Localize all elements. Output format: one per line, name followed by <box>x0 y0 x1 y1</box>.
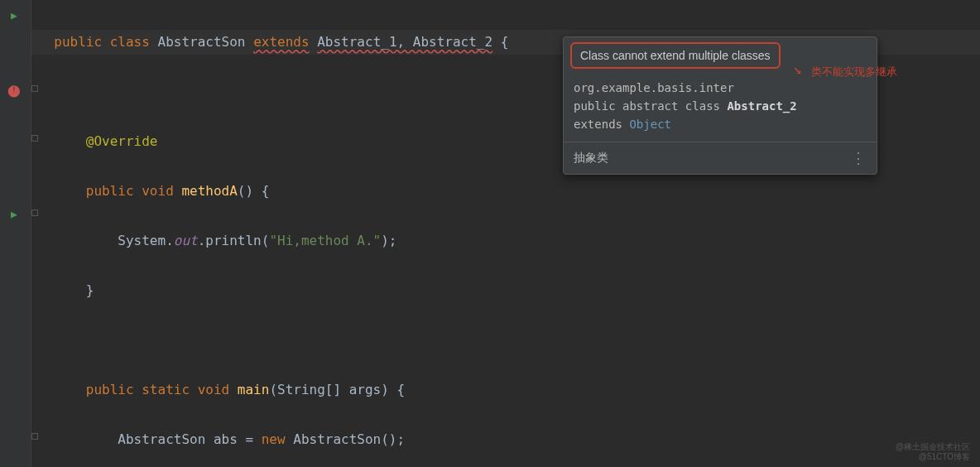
error-span: Abstract_1, Abstract_2 <box>317 34 492 50</box>
run-main-icon[interactable]: ▶ <box>7 206 22 221</box>
code-line: public static void main(String[] args) { <box>38 378 980 402</box>
fold-marker[interactable] <box>31 433 38 440</box>
tooltip-footer-label: 抽象类 <box>574 151 608 166</box>
object-link[interactable]: Object <box>629 118 671 131</box>
fold-marker[interactable] <box>31 209 38 216</box>
code-line: } <box>38 278 980 303</box>
error-keyword: extends <box>253 34 309 50</box>
run-class-icon[interactable]: ▶ <box>7 7 22 22</box>
error-icon[interactable]: ⬤! <box>7 83 22 98</box>
fold-marker[interactable] <box>31 135 38 142</box>
code-line: System.out.println("Hi,method A."); <box>38 229 980 253</box>
error-tooltip: Class cannot extend multiple classes org… <box>563 36 877 175</box>
fold-marker[interactable] <box>31 85 38 92</box>
code-line: public void methodA() { <box>38 179 980 204</box>
fold-column <box>31 0 38 467</box>
tooltip-declaration: org.example.basis.inter public abstract … <box>564 72 877 142</box>
annotation-label: 类不能实现多继承 <box>811 65 897 79</box>
more-actions-icon[interactable]: ⋮ <box>851 149 867 167</box>
code-line: AbstractSon abs = new AbstractSon(); <box>38 427 980 452</box>
gutter: ▶ ⬤! ▶ <box>0 0 31 467</box>
annotation-arrow-icon: ↘ <box>793 60 802 77</box>
tooltip-title: Class cannot extend multiple classes <box>570 42 781 69</box>
